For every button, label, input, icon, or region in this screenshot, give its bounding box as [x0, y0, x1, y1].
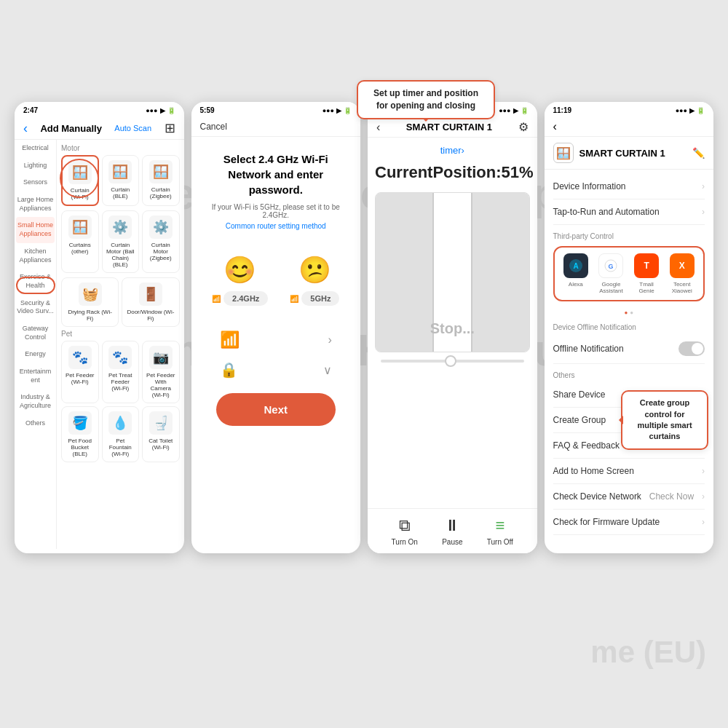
router-setting-link[interactable]: Common router setting method	[226, 222, 326, 230]
offline-notification-row[interactable]: Offline Notification	[553, 334, 705, 364]
curtain-wifi-icon: 🪟	[68, 161, 92, 184]
screen-curtain-control: 11:19 ●●● ▶ 🔋 ‹ SMART CURTAIN 1 ⚙ timer …	[368, 102, 537, 553]
sidebar-energy[interactable]: Energy	[15, 346, 56, 363]
back-icon-4[interactable]: ‹	[553, 120, 557, 133]
sidebar-gateway[interactable]: Gateway Control	[15, 320, 56, 346]
curtain-motor-zigbee-label: Curtain Motor (Zigbee)	[146, 242, 176, 261]
slider-thumb[interactable]	[445, 355, 456, 367]
alexa-item[interactable]: A Alexa	[561, 253, 592, 294]
wifi-24-option[interactable]: 😊 📶 2.4GHz	[212, 255, 268, 306]
create-group-row[interactable]: Create Group › Create group control for …	[553, 408, 705, 433]
next-button[interactable]: Next	[216, 393, 336, 426]
wifi-5-emoji: 😕	[298, 255, 331, 285]
pause-icon: ⏸	[444, 516, 460, 535]
sidebar-small-home[interactable]: Small Home Appliances	[16, 217, 55, 242]
curtains-other-item[interactable]: 🪟 Curtains (other)	[61, 210, 99, 273]
auto-scan-btn[interactable]: Auto Scan	[114, 124, 151, 132]
xiaomi-item[interactable]: X Tecent Xiaowei	[666, 253, 697, 294]
screen4-nav: ‹	[545, 117, 714, 137]
check-firmware-row[interactable]: Check for Firmware Update ›	[553, 510, 705, 535]
curtain-visual: Stop...	[375, 192, 530, 352]
sidebar-electrical[interactable]: Electrical	[15, 140, 56, 157]
pet-treat-item[interactable]: 🐾 Pet Treat Feeder (Wi-Fi)	[102, 341, 140, 403]
sidebar-industry[interactable]: Industry & Agriculture	[15, 389, 56, 414]
xiaomi-label: Tecent Xiaowei	[666, 281, 697, 294]
pet-food-bucket-item[interactable]: 🪣 Pet Food Bucket (BLE)	[61, 406, 99, 462]
device-type-icon: 🪟	[553, 143, 574, 163]
settings-icon-3[interactable]: ⚙	[518, 120, 529, 134]
sidebar-lighting[interactable]: Lighting	[15, 157, 56, 175]
device-title: SMART CURTAIN 1	[579, 148, 665, 159]
curtain-zigbee-item[interactable]: 🪟 Curtain (Zigbee)	[142, 155, 180, 206]
sidebar-large-home[interactable]: Large Home Appliances	[15, 191, 56, 217]
google-icon: G	[598, 253, 623, 278]
tmall-icon: T	[634, 253, 659, 278]
edit-icon[interactable]: ✏️	[692, 147, 705, 159]
pet-fountain-icon: 💧	[108, 411, 132, 435]
screen3-title: SMART CURTAIN 1	[406, 122, 492, 132]
back-icon-1[interactable]: ‹	[23, 121, 28, 136]
status-bar-2: 5:59 ●●● ▶ 🔋	[191, 102, 361, 117]
turn-on-btn[interactable]: ⧉ Turn On	[392, 516, 418, 546]
sidebar-kitchen[interactable]: Kitchen Appliances	[15, 243, 56, 269]
position-text: CurrentPosition:51%	[375, 163, 530, 182]
pet-treat-label: Pet Treat Feeder (Wi-Fi)	[106, 372, 136, 392]
google-item[interactable]: G Google Assistant	[596, 253, 627, 294]
turn-off-btn[interactable]: ≡ Turn Off	[487, 516, 513, 546]
sidebar-entertain[interactable]: Entertainm ent	[15, 363, 56, 389]
xiaomi-icon: X	[670, 253, 695, 278]
carousel-dots: ● ●	[553, 307, 705, 316]
pet-treat-icon: 🐾	[108, 346, 132, 369]
cat-toilet-item[interactable]: 🚽 Cat Toilet (Wi-Fi)	[142, 406, 180, 462]
add-home-row[interactable]: Add to Home Screen ›	[553, 459, 705, 484]
cancel-btn[interactable]: Cancel	[200, 122, 227, 132]
offline-toggle[interactable]	[678, 341, 705, 356]
pet-grid-2: 🪣 Pet Food Bucket (BLE) 💧 Pet Fountain (…	[61, 406, 180, 462]
offline-title: Device Offline Notification	[553, 323, 705, 331]
others-title: Others	[553, 371, 705, 379]
device-info-chevron: ›	[702, 181, 705, 191]
device-info-row[interactable]: Device Information ›	[553, 174, 705, 199]
check-network-row[interactable]: Check Device Network Check Now ›	[553, 484, 705, 510]
status-bar-1: 2:47 ●●● ▶ 🔋	[15, 102, 184, 117]
sidebar-exercise[interactable]: Exercise & Health	[15, 269, 56, 294]
wifi-5-option[interactable]: 😕 📶 5GHz	[290, 255, 339, 306]
timer-row[interactable]: timer ›	[375, 145, 530, 156]
curtain-motor-ball-item[interactable]: ⚙️ Curtain Motor (Ball Chain) (BLE)	[102, 210, 140, 273]
device-info-label: Device Information	[553, 181, 626, 191]
drying-rack-icon: 🧺	[79, 282, 102, 306]
pet-fountain-item[interactable]: 💧 Pet Fountain (Wi-Fi)	[102, 406, 140, 462]
wifi-icon-rows: 📶 › 🔒 ∨	[206, 331, 347, 379]
pet-fountain-label: Pet Fountain (Wi-Fi)	[106, 438, 136, 457]
tmall-item[interactable]: T Tmall Genie	[631, 253, 662, 294]
curtain-motor-zigbee-item[interactable]: ⚙️ Curtain Motor (Zigbee)	[142, 210, 180, 273]
pet-feeder-camera-item[interactable]: 📷 Pet Feeder With Camera (Wi-Fi)	[142, 341, 180, 403]
alexa-icon: A	[563, 253, 588, 278]
back-icon-3[interactable]: ‹	[376, 121, 380, 134]
pet-food-bucket-icon: 🪣	[68, 411, 92, 435]
check-network-value: Check Now	[649, 491, 694, 502]
screen3-content: timer › CurrentPosition:51% Stop...	[368, 138, 537, 376]
share-device-label: Share Device	[553, 389, 606, 400]
google-label: Google Assistant	[596, 281, 627, 294]
screens-container: 2:47 ●●● ▶ 🔋 ‹ Add Manually Auto Scan ⊞ …	[15, 102, 713, 553]
sidebar-others[interactable]: Others	[15, 415, 56, 432]
door-window-item[interactable]: 🚪 Door/Window (Wi-Fi)	[122, 277, 179, 327]
wifi-signal-icon: 📶	[220, 331, 240, 349]
sidebar-security[interactable]: Security & Video Surv...	[15, 295, 56, 320]
pet-feeder-item[interactable]: 🐾 Pet Feeder (Wi-Fi)	[61, 341, 99, 403]
sidebar-sensors[interactable]: Sensors	[15, 174, 56, 191]
pause-btn[interactable]: ⏸ Pause	[442, 516, 462, 546]
tap-run-chevron: ›	[702, 207, 705, 217]
curtain-ble-item[interactable]: 🪟 Curtain (BLE)	[102, 155, 140, 206]
stop-text: Stop...	[430, 320, 475, 337]
drying-rack-item[interactable]: 🧺 Drying Rack (Wi-Fi)	[61, 277, 119, 327]
position-slider[interactable]	[381, 360, 524, 363]
curtains-other-label: Curtains (other)	[65, 242, 95, 255]
grid-icon[interactable]: ⊞	[165, 120, 175, 136]
curtains-other-icon: 🪟	[68, 215, 92, 239]
screen-wifi-setup: 5:59 ●●● ▶ 🔋 Cancel Select 2.4 GHz Wi-Fi…	[191, 102, 361, 553]
tap-run-row[interactable]: Tap-to-Run and Automation ›	[553, 199, 705, 225]
third-party-grid: A Alexa G Google Assistant T Tmall G	[553, 246, 705, 301]
curtain-wifi-item[interactable]: 🪟 Curtain (Wi-Fi)	[61, 155, 99, 206]
